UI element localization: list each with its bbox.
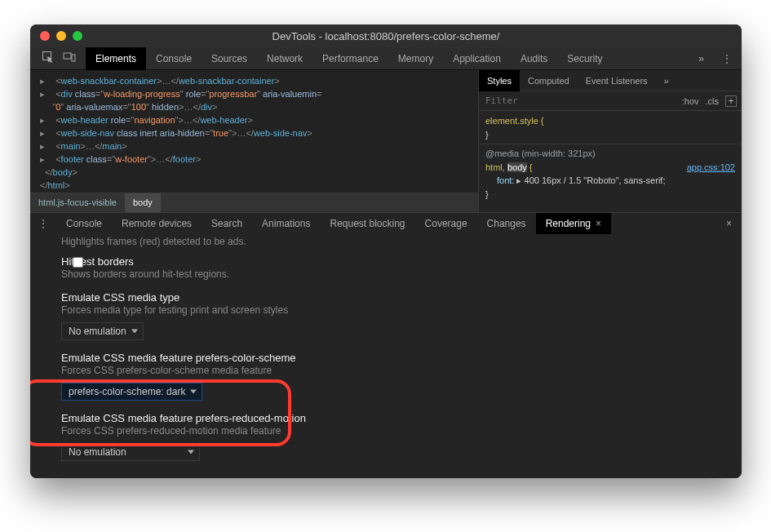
- hov-toggle[interactable]: :hov: [682, 96, 699, 106]
- tab-elements[interactable]: Elements: [86, 47, 146, 70]
- drawer-tab-changes[interactable]: Changes: [477, 213, 536, 234]
- tab-sources[interactable]: Sources: [202, 47, 257, 70]
- drawer-tab-animations[interactable]: Animations: [252, 213, 320, 234]
- devtools-window: DevTools - localhost:8080/prefers-color-…: [30, 24, 742, 478]
- hit-test-borders-sub: Shows borders around hit-test regions.: [61, 268, 725, 280]
- inspect-icon[interactable]: [42, 51, 55, 66]
- styles-rules[interactable]: element.style { } @media (min-width: 321…: [479, 111, 742, 206]
- emulate-pcs-select[interactable]: prefers-color-scheme: dark: [61, 383, 202, 401]
- window-title: DevTools - localhost:8080/prefers-color-…: [30, 30, 742, 42]
- drawer-tab-request-blocking[interactable]: Request blocking: [320, 213, 414, 234]
- emulate-prm-title: Emulate CSS media feature prefers-reduce…: [61, 412, 725, 424]
- new-style-rule-button[interactable]: +: [725, 95, 737, 107]
- tab-network[interactable]: Network: [257, 47, 312, 70]
- device-toggle-icon[interactable]: [63, 51, 76, 66]
- brace-close: }: [485, 128, 735, 142]
- emulate-media-type-title: Emulate CSS media type: [61, 291, 725, 304]
- emulate-pcs-title: Emulate CSS media feature prefers-color-…: [61, 352, 725, 364]
- tab-performance[interactable]: Performance: [312, 47, 388, 70]
- styles-filter-input[interactable]: [485, 95, 676, 106]
- tab-audits[interactable]: Audits: [511, 47, 557, 70]
- source-link[interactable]: app.css:102: [687, 161, 735, 175]
- svg-rect-1: [64, 53, 71, 59]
- css-prop-font[interactable]: font: [497, 175, 512, 185]
- emulate-prm-select[interactable]: No emulation: [61, 443, 200, 461]
- drawer-tab-search[interactable]: Search: [202, 213, 252, 234]
- media-rule: @media (min-width: 321px): [485, 147, 735, 161]
- drawer-close-icon[interactable]: ×: [716, 218, 742, 229]
- tab-console[interactable]: Console: [146, 47, 202, 70]
- truncated-prev-section: Highlights frames (red) detected to be a…: [61, 236, 725, 247]
- tab-computed[interactable]: Computed: [520, 70, 578, 91]
- emulate-media-type-sub: Forces media type for testing print and …: [61, 304, 725, 316]
- panel-tabs: Elements Console Sources Network Perform…: [86, 47, 613, 70]
- emulate-prm-sub: Forces CSS prefers-reduced-motion media …: [61, 425, 725, 437]
- rendering-pane: Highlights frames (red) detected to be a…: [30, 234, 742, 478]
- settings-kebab-icon[interactable]: ⋮: [712, 53, 742, 64]
- cls-toggle[interactable]: .cls: [706, 96, 720, 106]
- hit-test-borders-checkbox[interactable]: [73, 257, 83, 268]
- svg-rect-2: [72, 55, 75, 61]
- breadcrumb-body[interactable]: body: [125, 193, 161, 213]
- emulate-pcs-sub: Forces CSS prefers-color-scheme media fe…: [61, 365, 725, 376]
- close-tab-icon[interactable]: ×: [596, 218, 601, 229]
- drawer-tab-coverage[interactable]: Coverage: [415, 213, 477, 234]
- drawer-tab-remote-devices[interactable]: Remote devices: [112, 213, 202, 234]
- drawer-tab-console[interactable]: Console: [56, 213, 112, 234]
- breadcrumb-html[interactable]: html.js-focus-visible: [30, 193, 125, 213]
- overflow-styles-icon[interactable]: »: [656, 70, 677, 91]
- drawer-menu-icon[interactable]: ⋮: [30, 218, 56, 229]
- emulate-media-type-select[interactable]: No emulation: [61, 322, 144, 340]
- main-tabbar: Elements Console Sources Network Perform…: [30, 47, 742, 70]
- tab-event-listeners[interactable]: Event Listeners: [578, 70, 656, 91]
- drawer-tabs: ⋮ Console Remote devices Search Animatio…: [30, 213, 742, 234]
- tab-memory[interactable]: Memory: [388, 47, 443, 70]
- element-style-selector: element.style {: [485, 116, 544, 126]
- styles-panel: Styles Computed Event Listeners » :hov .…: [478, 70, 742, 212]
- drawer-tab-rendering[interactable]: Rendering×: [536, 213, 611, 234]
- overflow-tabs-icon[interactable]: »: [690, 53, 712, 64]
- tab-styles[interactable]: Styles: [479, 70, 520, 91]
- tab-application[interactable]: Application: [443, 47, 511, 70]
- drawer: ⋮ Console Remote devices Search Animatio…: [30, 212, 742, 478]
- tab-security[interactable]: Security: [557, 47, 612, 70]
- hit-test-borders-title: Hit-test borders: [61, 255, 725, 268]
- dom-tree[interactable]: <web-snackbar-container>…</web-snackbar-…: [30, 70, 478, 212]
- titlebar: DevTools - localhost:8080/prefers-color-…: [30, 24, 742, 47]
